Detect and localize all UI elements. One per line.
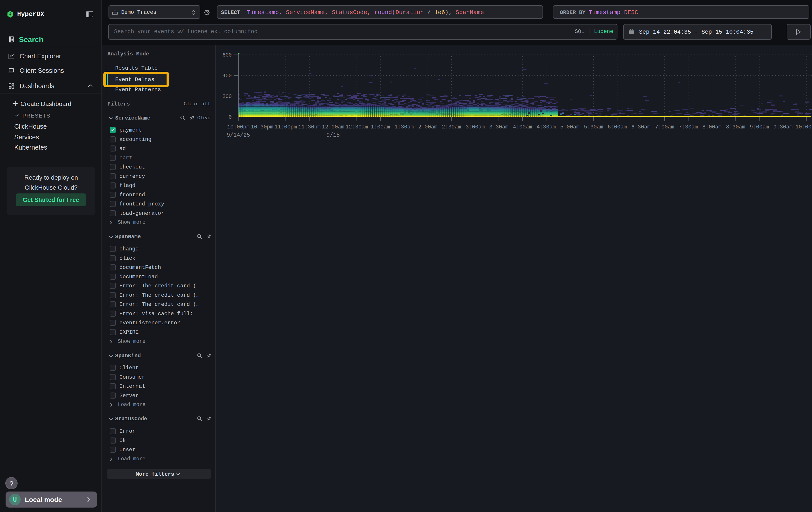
svg-text:2:30am: 2:30am	[442, 124, 461, 130]
svg-text:200: 200	[223, 94, 232, 100]
svg-text:600: 600	[223, 52, 232, 58]
svg-text:9:30am: 9:30am	[773, 124, 792, 130]
svg-text:1:00am: 1:00am	[371, 124, 390, 130]
svg-text:9:00am: 9:00am	[750, 124, 769, 130]
svg-text:10:00am: 10:00am	[795, 124, 812, 130]
svg-text:7:00am: 7:00am	[655, 124, 674, 130]
svg-text:3:30am: 3:30am	[489, 124, 508, 130]
svg-text:8:30am: 8:30am	[726, 124, 745, 130]
svg-text:2:00am: 2:00am	[418, 124, 437, 130]
svg-text:11:30pm: 11:30pm	[298, 124, 321, 130]
svg-text:12:30am: 12:30am	[346, 124, 368, 130]
svg-text:4:30am: 4:30am	[536, 124, 556, 130]
svg-text:9/15: 9/15	[326, 132, 340, 138]
svg-text:10:00pm: 10:00pm	[227, 124, 250, 130]
svg-text:8:00am: 8:00am	[702, 124, 722, 130]
svg-text:7:30am: 7:30am	[678, 124, 698, 130]
svg-text:6:30am: 6:30am	[631, 124, 650, 130]
svg-text:0: 0	[229, 114, 232, 120]
svg-text:9/14/25: 9/14/25	[227, 132, 250, 138]
svg-text:5:30am: 5:30am	[584, 124, 603, 130]
svg-text:4:00am: 4:00am	[513, 124, 532, 130]
svg-text:1:30am: 1:30am	[395, 124, 413, 130]
svg-text:5:00am: 5:00am	[560, 124, 579, 130]
svg-text:3:00am: 3:00am	[466, 124, 485, 130]
svg-text:11:00pm: 11:00pm	[274, 124, 297, 130]
svg-text:10:30pm: 10:30pm	[251, 124, 273, 130]
svg-text:12:00am: 12:00am	[322, 124, 344, 130]
svg-text:400: 400	[223, 73, 232, 79]
svg-text:6:00am: 6:00am	[608, 124, 627, 130]
